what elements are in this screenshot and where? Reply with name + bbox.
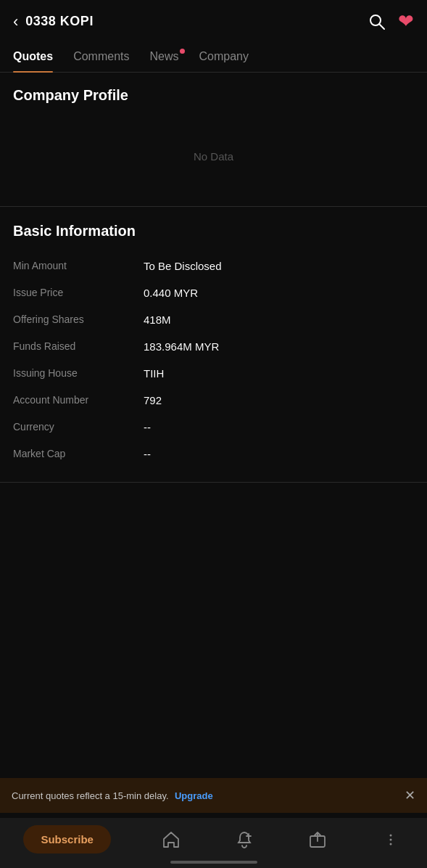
company-profile-title: Company Profile — [13, 87, 414, 104]
home-nav-button[interactable] — [158, 827, 184, 853]
info-row-label: Currency — [13, 421, 144, 433]
info-row: Currency-- — [13, 414, 414, 441]
tabs-bar: Quotes Comments News Company — [0, 43, 427, 73]
info-row-value: 183.964M MYR — [144, 340, 414, 353]
home-icon — [162, 830, 181, 849]
svg-point-7 — [389, 843, 391, 845]
info-row: Market Cap-- — [13, 441, 414, 467]
info-row-label: Market Cap — [13, 448, 144, 459]
bell-add-icon — [235, 830, 254, 849]
info-row-value: -- — [144, 448, 414, 460]
favorite-icon[interactable]: ❤ — [398, 10, 414, 33]
main-content: Company Profile No Data Basic Informatio… — [0, 73, 427, 483]
info-row: Min AmountTo Be Disclosed — [13, 253, 414, 279]
bell-add-nav-button[interactable] — [231, 827, 257, 853]
info-row: Funds Raised183.964M MYR — [13, 333, 414, 360]
info-row: Issuing HouseTIIH — [13, 360, 414, 387]
info-row-value: 418M — [144, 314, 414, 326]
info-row-label: Issuing House — [13, 367, 144, 379]
header-left: ‹ 0338 KOPI — [13, 12, 94, 31]
more-icon — [381, 830, 400, 849]
tab-quotes[interactable]: Quotes — [13, 43, 53, 72]
basic-information-section: Basic Information Min AmountTo Be Disclo… — [0, 207, 427, 482]
back-button[interactable]: ‹ — [13, 12, 18, 31]
home-indicator — [170, 861, 257, 864]
tab-company[interactable]: Company — [199, 43, 249, 72]
info-row-value: 792 — [144, 394, 414, 406]
news-badge — [180, 49, 185, 54]
info-row-value: TIIH — [144, 367, 414, 380]
more-nav-button[interactable] — [378, 827, 404, 853]
info-row-label: Issue Price — [13, 287, 144, 298]
info-row-label: Account Number — [13, 394, 144, 406]
info-row-value: To Be Disclosed — [144, 260, 414, 272]
info-row-label: Funds Raised — [13, 340, 144, 352]
info-row: Account Number792 — [13, 387, 414, 414]
share-icon — [308, 830, 327, 849]
svg-point-6 — [389, 838, 391, 840]
upgrade-link[interactable]: Upgrade — [175, 790, 213, 801]
svg-line-1 — [379, 24, 384, 29]
info-row-label: Min Amount — [13, 260, 144, 271]
notification-close-button[interactable]: ✕ — [405, 787, 415, 803]
info-row-label: Offering Shares — [13, 314, 144, 325]
info-row: Offering Shares418M — [13, 306, 414, 333]
no-data-label: No Data — [13, 107, 414, 192]
subscribe-button[interactable]: Subscribe — [23, 825, 111, 853]
tab-news[interactable]: News — [149, 43, 178, 72]
company-profile-section: Company Profile No Data — [0, 73, 427, 206]
tab-comments[interactable]: Comments — [73, 43, 129, 72]
notification-content: Current quotes reflect a 15-min delay. U… — [12, 789, 213, 802]
bottom-divider — [0, 482, 427, 483]
info-row-value: 0.440 MYR — [144, 287, 414, 299]
notification-bar: Current quotes reflect a 15-min delay. U… — [0, 778, 427, 813]
info-table: Min AmountTo Be DisclosedIssue Price0.44… — [13, 253, 414, 467]
header-right: ❤ — [368, 10, 414, 33]
share-nav-button[interactable] — [304, 827, 331, 853]
info-row-value: -- — [144, 421, 414, 433]
stock-title: 0338 KOPI — [25, 14, 94, 29]
header: ‹ 0338 KOPI ❤ — [0, 0, 427, 43]
svg-point-5 — [389, 834, 391, 836]
basic-information-title: Basic Information — [13, 223, 414, 239]
info-row: Issue Price0.440 MYR — [13, 279, 414, 306]
notification-text: Current quotes reflect a 15-min delay. — [12, 790, 169, 801]
search-icon[interactable] — [368, 12, 386, 31]
